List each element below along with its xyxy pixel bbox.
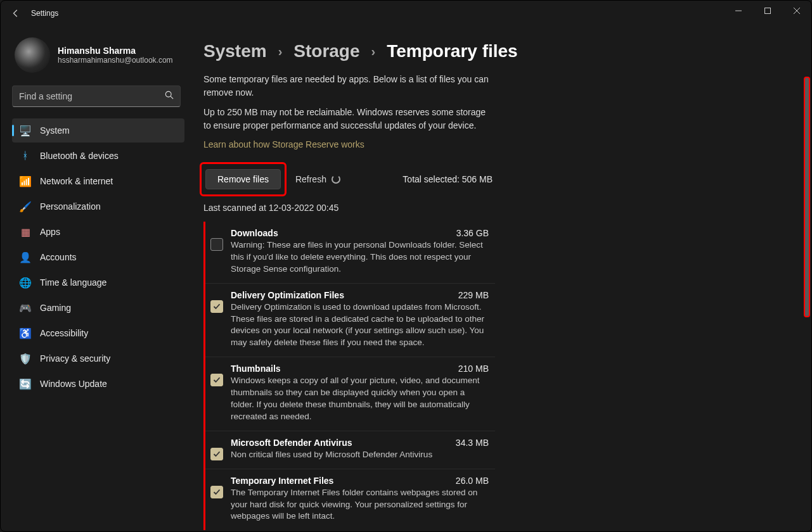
breadcrumb: System › Storage › Temporary files <box>203 41 806 61</box>
file-title: Microsoft Defender Antivirus <box>231 438 352 448</box>
file-checkbox[interactable] <box>210 448 223 460</box>
gaming-icon: 🎮 <box>20 302 31 314</box>
file-desc: Non critical files used by Microsoft Def… <box>231 449 489 461</box>
back-button[interactable] <box>6 3 26 23</box>
refresh-button[interactable]: Refresh <box>295 174 340 184</box>
accounts-icon: 👤 <box>20 251 31 263</box>
breadcrumb-current: Temporary files <box>387 41 517 61</box>
sidebar-item-label: Time & language <box>40 277 106 288</box>
file-title: Downloads <box>231 228 278 238</box>
file-title: Delivery Optimization Files <box>231 290 344 300</box>
window-controls <box>724 1 811 21</box>
remove-highlight: Remove files <box>200 162 287 196</box>
network-internet-icon: 📶 <box>20 175 31 187</box>
time-language-icon: 🌐 <box>20 277 31 288</box>
search-box[interactable] <box>12 86 181 107</box>
breadcrumb-system[interactable]: System <box>203 41 267 61</box>
windows-update-icon: 🔄 <box>20 378 31 390</box>
sidebar-item-label: Gaming <box>40 303 71 313</box>
bluetooth-devices-icon: ᚼ <box>20 150 31 162</box>
sidebar-item-time-language[interactable]: 🌐Time & language <box>12 270 184 294</box>
titlebar: Settings <box>1 1 811 26</box>
svg-line-3 <box>171 96 173 99</box>
sidebar-item-system[interactable]: 🖥️System <box>12 118 184 142</box>
maximize-button[interactable] <box>753 1 782 21</box>
file-title: Temporary Internet Files <box>231 476 333 486</box>
file-item[interactable]: Temporary Internet Files26.0 MBThe Tempo… <box>205 469 495 531</box>
system-icon: 🖥️ <box>20 125 31 136</box>
file-checkbox[interactable] <box>210 374 223 386</box>
file-checkbox[interactable] <box>210 238 223 251</box>
apps-icon: ▦ <box>20 226 31 238</box>
sidebar-item-label: Accessibility <box>40 328 88 338</box>
sidebar-item-label: Accounts <box>40 252 77 262</box>
close-button[interactable] <box>782 1 811 21</box>
file-checkbox[interactable] <box>210 486 223 498</box>
sidebar-item-label: Network & internet <box>40 176 113 186</box>
intro-desc-2: Up to 250 MB may not be reclaimable. Win… <box>203 106 495 132</box>
personalization-icon: 🖌️ <box>20 201 31 212</box>
file-item[interactable]: Microsoft Defender Antivirus34.3 MBNon c… <box>205 431 495 469</box>
file-desc: Delivery Optimization is used to downloa… <box>231 301 489 350</box>
file-size: 229 MB <box>458 290 489 300</box>
sidebar-item-privacy-security[interactable]: 🛡️Privacy & security <box>12 346 184 370</box>
sidebar-item-bluetooth-devices[interactable]: ᚼBluetooth & devices <box>12 144 184 168</box>
last-scanned: Last scanned at 12-03-2022 00:45 <box>203 203 495 213</box>
user-name: Himanshu Sharma <box>58 46 173 56</box>
sidebar-item-label: Bluetooth & devices <box>40 151 119 161</box>
storage-reserve-link[interactable]: Learn about how Storage Reserve works <box>203 139 364 149</box>
file-size: 26.0 MB <box>456 476 489 486</box>
refresh-label: Refresh <box>295 174 326 184</box>
file-title: Thumbnails <box>231 364 281 374</box>
file-item[interactable]: Downloads3.36 GBWarning: These are files… <box>205 222 495 283</box>
sidebar-item-network-internet[interactable]: 📶Network & internet <box>12 169 184 193</box>
breadcrumb-storage[interactable]: Storage <box>293 41 359 61</box>
accessibility-icon: ♿ <box>20 327 31 339</box>
privacy-security-icon: 🛡️ <box>20 353 31 364</box>
file-size: 3.36 GB <box>456 228 489 238</box>
svg-rect-1 <box>765 8 771 14</box>
file-item[interactable]: Thumbnails210 MBWindows keeps a copy of … <box>205 357 495 431</box>
sidebar-item-label: Personalization <box>40 201 101 212</box>
sidebar-item-gaming[interactable]: 🎮Gaming <box>12 296 184 320</box>
user-block[interactable]: Himanshu Sharma hssharmahimanshu@outlook… <box>12 37 184 82</box>
minimize-button[interactable] <box>724 1 753 21</box>
sidebar: Himanshu Sharma hssharmahimanshu@outlook… <box>1 26 191 531</box>
sidebar-item-accessibility[interactable]: ♿Accessibility <box>12 321 184 345</box>
sidebar-item-label: System <box>40 125 70 136</box>
user-email: hssharmahimanshu@outlook.com <box>58 56 173 65</box>
file-list: Downloads3.36 GBWarning: These are files… <box>203 222 495 530</box>
total-selected: Total selected: 506 MB <box>403 174 495 184</box>
main-content: System › Storage › Temporary files Some … <box>191 26 811 531</box>
sidebar-item-label: Windows Update <box>40 379 107 389</box>
search-icon <box>165 91 174 102</box>
window-title: Settings <box>31 9 58 18</box>
intro-desc-1: Some temporary files are needed by apps.… <box>203 73 495 99</box>
file-size: 210 MB <box>458 364 489 374</box>
svg-point-2 <box>165 91 171 97</box>
remove-files-button[interactable]: Remove files <box>205 169 281 189</box>
file-size: 34.3 MB <box>456 438 489 448</box>
sidebar-item-apps[interactable]: ▦Apps <box>12 220 184 244</box>
file-item[interactable]: Delivery Optimization Files229 MBDeliver… <box>205 283 495 357</box>
file-desc: The Temporary Internet Files folder cont… <box>231 487 489 523</box>
sidebar-item-label: Privacy & security <box>40 353 110 364</box>
nav: 🖥️SystemᚼBluetooth & devices📶Network & i… <box>12 118 184 396</box>
sidebar-item-personalization[interactable]: 🖌️Personalization <box>12 194 184 218</box>
search-input[interactable] <box>19 91 165 101</box>
scrollbar-highlight[interactable] <box>804 77 810 317</box>
sidebar-item-accounts[interactable]: 👤Accounts <box>12 245 184 269</box>
file-checkbox[interactable] <box>210 300 223 313</box>
avatar <box>15 37 50 73</box>
sidebar-item-label: Apps <box>40 227 60 237</box>
chevron-right-icon: › <box>278 44 283 59</box>
file-desc: Warning: These are files in your persona… <box>231 239 489 276</box>
sidebar-item-windows-update[interactable]: 🔄Windows Update <box>12 372 184 396</box>
chevron-right-icon: › <box>371 44 376 59</box>
spinner-icon <box>332 175 340 184</box>
file-desc: Windows keeps a copy of all of your pict… <box>231 375 489 423</box>
